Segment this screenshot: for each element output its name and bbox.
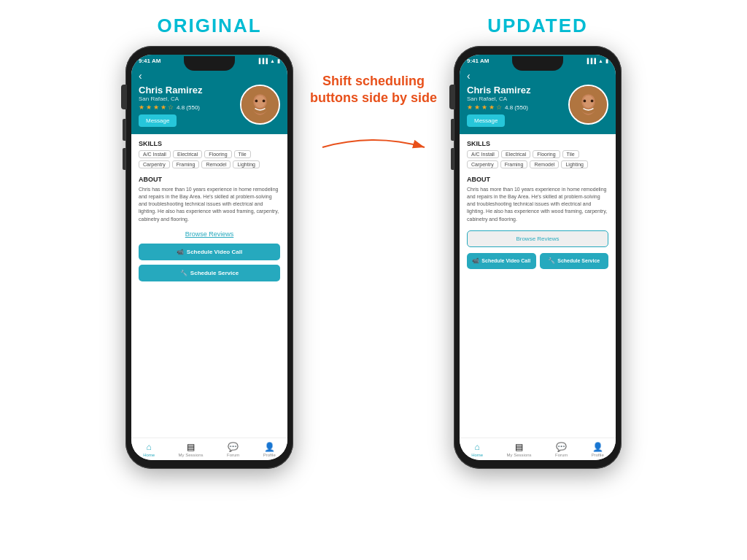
updated-column: UPDATED 9:41 AM ▐▐▐ ▲ ▮ ‹ C bbox=[454, 15, 622, 469]
status-time: 9:41 AM bbox=[139, 58, 160, 64]
forum-icon-original: 💬 bbox=[228, 442, 239, 452]
svg-point-4 bbox=[263, 100, 266, 103]
status-time-updated: 9:41 AM bbox=[467, 58, 489, 64]
skill-electrical-u: Electrical bbox=[501, 150, 530, 158]
sessions-icon-original: ▤ bbox=[187, 442, 195, 452]
home-icon-original: ⌂ bbox=[147, 442, 152, 452]
star5-half: ☆ bbox=[168, 104, 174, 111]
profile-header-updated: ‹ Chris Ramirez San Rafael, CA ★ ★ ★ ★ ☆ bbox=[460, 66, 616, 134]
message-btn-original[interactable]: Message bbox=[139, 114, 177, 127]
skill-ac: A/C Install bbox=[139, 150, 171, 158]
schedule-service-label-original: Schedule Service bbox=[190, 270, 239, 276]
battery-icon: ▮ bbox=[277, 58, 280, 64]
skills-tags-updated: A/C Install Electrical Flooring Tile Car… bbox=[467, 150, 608, 168]
home-label-original: Home bbox=[143, 453, 155, 457]
star4: ★ bbox=[160, 104, 166, 111]
back-arrow-original[interactable]: ‹ bbox=[139, 70, 280, 82]
svg-point-10 bbox=[591, 100, 594, 103]
forum-label-updated: Forum bbox=[555, 453, 568, 457]
skill-remodel-u: Remodel bbox=[530, 160, 559, 168]
home-icon-updated: ⌂ bbox=[475, 442, 480, 452]
original-phone: 9:41 AM ▐▐▐ ▲ ▮ ‹ Chris Ramirez San Rafa… bbox=[125, 46, 293, 469]
schedule-video-btn-original[interactable]: 📹 Schedule Video Call bbox=[139, 244, 280, 260]
profile-label-original: Profile bbox=[263, 453, 276, 457]
profile-location-updated: San Rafael, CA bbox=[467, 96, 568, 102]
star1: ★ bbox=[139, 104, 144, 111]
about-text-original: Chris has more than 10 years experience … bbox=[139, 186, 280, 223]
skill-tile: Tile bbox=[234, 150, 251, 158]
sessions-label-updated: My Sessions bbox=[507, 453, 532, 457]
skills-section-original: SKILLS A/C Install Electrical Flooring T… bbox=[131, 134, 287, 171]
skill-flooring: Flooring bbox=[204, 150, 231, 158]
browse-reviews-btn-updated[interactable]: Browse Reviews bbox=[467, 230, 608, 247]
skill-carpentry: Carpentry bbox=[139, 160, 170, 168]
skill-electrical: Electrical bbox=[173, 150, 202, 158]
avatar-updated bbox=[568, 85, 608, 125]
star1-u: ★ bbox=[467, 104, 473, 111]
nav-forum-original[interactable]: 💬 Forum bbox=[227, 442, 239, 457]
avatar-original bbox=[240, 85, 280, 125]
forum-icon-updated: 💬 bbox=[556, 442, 567, 452]
star3-u: ★ bbox=[481, 104, 487, 111]
rating-text-updated: 4.8 (550) bbox=[505, 104, 528, 111]
svg-point-3 bbox=[255, 100, 258, 103]
annotation-section: Shift scheduling buttons side by side bbox=[293, 73, 454, 166]
status-icons-updated: ▐▐▐ ▲ ▮ bbox=[585, 58, 608, 64]
nav-forum-updated[interactable]: 💬 Forum bbox=[555, 442, 568, 457]
star2: ★ bbox=[146, 104, 152, 111]
arrow-container bbox=[315, 129, 432, 166]
about-text-updated: Chris has more than 10 years experience … bbox=[467, 186, 608, 223]
profile-header-original: ‹ Chris Ramirez San Rafael, CA ★ ★ ★ ★ ☆ bbox=[131, 66, 287, 134]
skill-lighting: Lighting bbox=[233, 160, 260, 168]
schedule-service-btn-updated[interactable]: 🔧 Schedule Service bbox=[540, 253, 609, 269]
sessions-label-original: My Sessions bbox=[179, 453, 204, 457]
status-icons: ▐▐▐ ▲ ▮ bbox=[257, 58, 280, 64]
original-column: ORIGINAL 9:41 AM ▐▐▐ ▲ ▮ ‹ bbox=[125, 15, 293, 469]
video-icon-updated: 📹 bbox=[472, 257, 479, 265]
nav-sessions-original[interactable]: ▤ My Sessions bbox=[179, 442, 204, 457]
skills-title-updated: SKILLS bbox=[467, 140, 608, 147]
wrench-icon-updated: 🔧 bbox=[548, 257, 555, 265]
battery-icon-updated: ▮ bbox=[605, 58, 608, 64]
profile-icon-original: 👤 bbox=[264, 442, 275, 452]
annotation-text: Shift scheduling buttons side by side bbox=[301, 73, 446, 107]
bottom-nav-original: ⌂ Home ▤ My Sessions 💬 Forum 👤 Profile bbox=[131, 438, 287, 460]
schedule-video-btn-updated[interactable]: 📹 Schedule Video Call bbox=[467, 253, 536, 269]
signal-icon-updated: ▐▐▐ bbox=[585, 58, 596, 63]
updated-screen: 9:41 AM ▐▐▐ ▲ ▮ ‹ Chris Ramirez San Rafa… bbox=[460, 55, 616, 460]
nav-profile-updated[interactable]: 👤 Profile bbox=[592, 442, 604, 457]
wrench-icon-original: 🔧 bbox=[180, 270, 187, 276]
original-label: ORIGINAL bbox=[157, 15, 261, 37]
skill-carpentry-u: Carpentry bbox=[467, 160, 498, 168]
skills-section-updated: SKILLS A/C Install Electrical Flooring T… bbox=[460, 134, 616, 171]
star3: ★ bbox=[153, 104, 159, 111]
back-arrow-updated[interactable]: ‹ bbox=[467, 70, 608, 82]
message-btn-updated[interactable]: Message bbox=[467, 114, 505, 127]
about-title-original: ABOUT bbox=[139, 176, 280, 183]
svg-point-9 bbox=[584, 100, 587, 103]
profile-row-updated: Chris Ramirez San Rafael, CA ★ ★ ★ ★ ☆ 4… bbox=[467, 85, 608, 127]
schedule-buttons-original: 📹 Schedule Video Call 🔧 Schedule Service bbox=[131, 241, 287, 286]
stars-row-updated: ★ ★ ★ ★ ☆ 4.8 (550) bbox=[467, 104, 568, 111]
nav-home-updated[interactable]: ⌂ Home bbox=[471, 442, 483, 457]
wifi-icon: ▲ bbox=[270, 58, 275, 63]
profile-info-original: Chris Ramirez San Rafael, CA ★ ★ ★ ★ ☆ 4… bbox=[139, 85, 240, 127]
phone-body-original: SKILLS A/C Install Electrical Flooring T… bbox=[131, 134, 287, 438]
arrow-svg bbox=[315, 129, 432, 166]
profile-name-original: Chris Ramirez bbox=[139, 85, 240, 96]
schedule-video-label-original: Schedule Video Call bbox=[187, 249, 242, 255]
skills-title-original: SKILLS bbox=[139, 140, 280, 147]
nav-profile-original[interactable]: 👤 Profile bbox=[263, 442, 276, 457]
page-container: ORIGINAL 9:41 AM ▐▐▐ ▲ ▮ ‹ bbox=[0, 0, 747, 560]
nav-home-original[interactable]: ⌂ Home bbox=[143, 442, 155, 457]
browse-reviews-link-original[interactable]: Browse Reviews bbox=[131, 226, 287, 241]
skill-tile-u: Tile bbox=[562, 150, 579, 158]
sessions-icon-updated: ▤ bbox=[515, 442, 523, 452]
signal-icon: ▐▐▐ bbox=[257, 58, 268, 63]
about-title-updated: ABOUT bbox=[467, 176, 608, 183]
nav-sessions-updated[interactable]: ▤ My Sessions bbox=[507, 442, 532, 457]
schedule-video-label-updated: Schedule Video Call bbox=[481, 257, 530, 264]
schedule-service-btn-original[interactable]: 🔧 Schedule Service bbox=[139, 265, 280, 281]
status-bar-updated: 9:41 AM ▐▐▐ ▲ ▮ bbox=[460, 55, 616, 66]
stars-row-original: ★ ★ ★ ★ ☆ 4.8 (550) bbox=[139, 104, 240, 111]
